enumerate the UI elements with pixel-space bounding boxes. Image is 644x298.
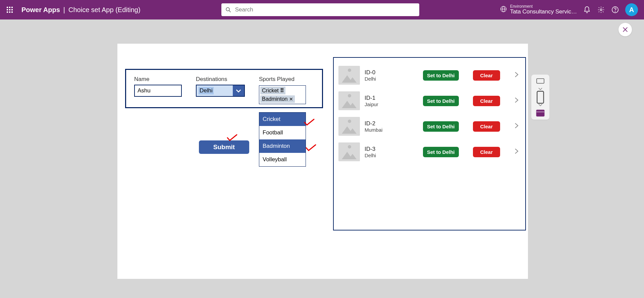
destinations-value: Delhi xyxy=(197,85,233,96)
record-id: ID-2 xyxy=(365,120,418,127)
sports-label: Sports Played xyxy=(259,76,294,83)
record-card: ID-0 Delhi Set to Delhi Clear xyxy=(337,62,522,88)
annotation-checkmark-icon xyxy=(305,144,317,152)
set-to-delhi-button[interactable]: Set to Delhi xyxy=(423,121,459,132)
help-icon[interactable] xyxy=(611,6,619,14)
clear-button[interactable]: Clear xyxy=(473,96,500,106)
sports-tag: Badminton✕ xyxy=(260,95,295,103)
record-city: Jaipur xyxy=(365,101,418,107)
chevron-right-icon[interactable] xyxy=(515,72,519,79)
device-fit-icon[interactable] xyxy=(536,110,545,116)
annotation-checkmark-icon xyxy=(304,118,315,126)
svg-point-9 xyxy=(226,8,229,11)
app-launcher-icon[interactable] xyxy=(0,0,19,19)
user-avatar[interactable]: A xyxy=(625,3,638,16)
record-city: Delhi xyxy=(365,153,418,158)
svg-rect-21 xyxy=(536,110,544,117)
sports-option[interactable]: Football xyxy=(259,126,306,139)
sports-option[interactable]: Cricket xyxy=(259,113,306,126)
device-rail xyxy=(531,75,549,120)
chevron-right-icon[interactable] xyxy=(515,148,519,156)
destinations-label: Destinations xyxy=(196,76,245,83)
search-icon xyxy=(225,7,231,13)
preview-stage: Name Destinations Delhi Sports Played xyxy=(0,19,644,298)
form-container: Name Destinations Delhi Sports Played xyxy=(125,69,323,108)
set-to-delhi-button[interactable]: Set to Delhi xyxy=(423,147,459,157)
globe-icon xyxy=(500,6,507,14)
annotation-checkmark-icon xyxy=(226,134,238,142)
sports-option[interactable]: Badminton xyxy=(259,139,306,153)
sports-option[interactable]: Volleyball xyxy=(259,153,306,166)
search-wrapper xyxy=(141,3,500,16)
sports-combo[interactable]: Cricket⠿ Badminton✕ xyxy=(259,85,306,104)
svg-rect-2 xyxy=(11,7,13,8)
svg-rect-20 xyxy=(537,91,544,103)
app-header: Power Apps | Choice set App (Editing) En… xyxy=(0,0,644,19)
records-list: ID-0 Delhi Set to Delhi Clear ID-1 Jaipu… xyxy=(333,57,526,230)
svg-rect-19 xyxy=(537,79,544,83)
app-canvas: Name Destinations Delhi Sports Played xyxy=(117,44,528,279)
app-name: Choice set App (Editing) xyxy=(68,6,141,14)
record-city: Delhi xyxy=(365,76,418,82)
image-placeholder-icon xyxy=(338,91,360,110)
set-to-delhi-button[interactable]: Set to Delhi xyxy=(423,70,459,81)
chevron-down-icon[interactable] xyxy=(233,85,244,96)
drag-handle-icon[interactable]: ⠿ xyxy=(280,87,284,94)
name-input[interactable] xyxy=(134,85,182,97)
close-preview-button[interactable] xyxy=(619,23,632,36)
svg-rect-4 xyxy=(9,9,10,10)
image-placeholder-icon xyxy=(338,66,360,85)
clear-button[interactable]: Clear xyxy=(473,147,500,157)
search-box[interactable] xyxy=(221,3,419,16)
destinations-select[interactable]: Delhi xyxy=(196,85,245,97)
record-card: ID-2 Mumbai Set to Delhi Clear xyxy=(337,114,522,139)
svg-rect-3 xyxy=(7,9,8,10)
search-input[interactable] xyxy=(234,6,415,13)
sports-tag: Cricket⠿ xyxy=(260,87,285,94)
record-card: ID-1 Jaipur Set to Delhi Clear xyxy=(337,88,522,114)
svg-rect-1 xyxy=(9,7,10,8)
image-placeholder-icon xyxy=(338,142,360,161)
record-id: ID-1 xyxy=(365,95,418,101)
submit-button[interactable]: Submit xyxy=(199,140,249,154)
name-label: Name xyxy=(134,76,182,83)
clear-button[interactable]: Clear xyxy=(473,121,500,132)
settings-icon[interactable] xyxy=(597,6,605,14)
record-id: ID-3 xyxy=(365,146,418,153)
record-card: ID-3 Delhi Set to Delhi Clear xyxy=(337,139,522,165)
svg-line-10 xyxy=(229,10,230,12)
environment-name: Tata Consultancy Servic… xyxy=(510,9,577,15)
chevron-right-icon[interactable] xyxy=(515,123,519,130)
sports-dropdown: Cricket Football Badminton Volleyball xyxy=(259,112,306,167)
device-landscape-icon[interactable] xyxy=(536,78,545,84)
remove-tag-icon[interactable]: ✕ xyxy=(289,96,293,102)
notifications-icon[interactable] xyxy=(583,6,591,14)
environment-picker[interactable]: Environment Tata Consultancy Servic… xyxy=(500,4,577,15)
svg-rect-8 xyxy=(11,11,13,13)
svg-point-16 xyxy=(615,11,615,12)
header-right: Environment Tata Consultancy Servic… A xyxy=(500,3,644,16)
environment-label: Environment xyxy=(510,4,577,9)
record-city: Mumbai xyxy=(365,127,418,133)
chevron-right-icon[interactable] xyxy=(515,97,519,104)
set-to-delhi-button[interactable]: Set to Delhi xyxy=(423,96,459,106)
device-phone-icon[interactable] xyxy=(536,94,545,100)
brand-title: Power Apps xyxy=(21,6,60,14)
svg-point-14 xyxy=(600,9,602,11)
svg-rect-7 xyxy=(9,11,10,13)
device-caret-icon[interactable] xyxy=(536,102,545,108)
image-placeholder-icon xyxy=(338,117,360,136)
record-id: ID-0 xyxy=(365,69,418,76)
svg-rect-6 xyxy=(7,11,8,13)
brand-separator: | xyxy=(63,6,65,14)
svg-rect-5 xyxy=(11,9,13,10)
clear-button[interactable]: Clear xyxy=(473,70,500,81)
svg-rect-0 xyxy=(7,7,8,8)
